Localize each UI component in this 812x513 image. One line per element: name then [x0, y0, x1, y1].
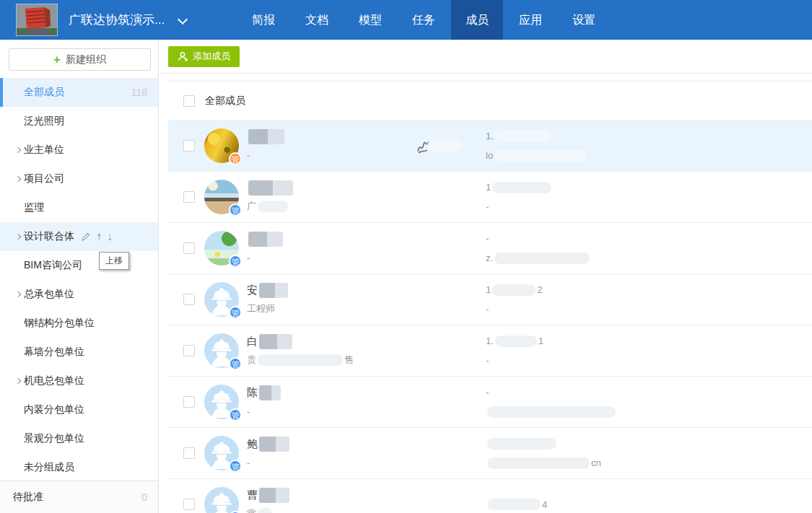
- sidebar-item-总承包单位[interactable]: 总承包单位: [0, 280, 158, 309]
- member-subtitle: 贵售: [247, 354, 416, 367]
- row-checkbox[interactable]: [183, 499, 195, 510]
- sidebar-item-内装分包单位[interactable]: 内装分包单位: [0, 395, 158, 424]
- sidebar-item-全部成员[interactable]: 全部成员118: [0, 78, 158, 107]
- member-row[interactable]: 管安工程师12-: [168, 274, 812, 325]
- avatar: 管: [204, 231, 239, 266]
- member-row[interactable]: 管鲍-cn: [168, 428, 812, 479]
- move-up-tooltip: 上移: [99, 252, 129, 270]
- add-member-button[interactable]: 添加成员: [168, 46, 240, 67]
- tab-模型[interactable]: 模型: [344, 0, 396, 40]
- sidebar-item-业主单位[interactable]: 业主单位: [0, 136, 158, 165]
- sidebar-item-机电总包单位[interactable]: 机电总包单位: [0, 367, 158, 395]
- member-rows: 管-1.lo管广1-管--z.管安工程师12-管白贵售1.1-管陈--管鲍-cn…: [168, 120, 812, 513]
- member-phone: 4: [486, 499, 812, 511]
- move-down-icon[interactable]: ↓: [107, 230, 113, 243]
- member-note: [416, 140, 486, 152]
- avatar: 管: [204, 333, 239, 368]
- project-logo[interactable]: [16, 4, 58, 36]
- org-label: 钢结构分包单位: [24, 317, 95, 330]
- member-subtitle: -: [247, 457, 416, 469]
- edit-pencil-icon[interactable]: [81, 232, 91, 242]
- member-name: [247, 131, 416, 143]
- row-checkbox[interactable]: [183, 191, 195, 203]
- member-mid-cell: [416, 140, 486, 152]
- org-label: BIM咨询公司: [24, 259, 82, 272]
- member-contact-cell: -z.: [486, 232, 812, 264]
- member-row[interactable]: 管陈--: [168, 377, 812, 428]
- row-checkbox[interactable]: [183, 294, 195, 305]
- member-name-cell: 白贵售: [247, 336, 416, 367]
- row-checkbox[interactable]: [183, 396, 195, 408]
- sidebar-item-pending[interactable]: 待批准 0: [0, 481, 158, 513]
- sidebar: + 新建组织 全部成员118泛光照明业主单位项目公司监理设计联合体↑↓BIM咨询…: [0, 40, 159, 513]
- member-phone: 12: [486, 284, 812, 296]
- member-row[interactable]: 管--z.: [168, 223, 812, 274]
- sidebar-item-BIM咨询公司[interactable]: BIM咨询公司: [0, 251, 158, 280]
- sidebar-item-泛光照明[interactable]: 泛光照明: [0, 107, 158, 136]
- sidebar-item-钢结构分包单位[interactable]: 钢结构分包单位: [0, 309, 158, 338]
- chevron-down-icon[interactable]: [178, 14, 188, 25]
- member-row[interactable]: 管白贵售1.1-: [168, 325, 812, 377]
- member-subtitle: 工程师: [247, 303, 416, 315]
- redacted-text: [427, 140, 463, 152]
- sidebar-item-项目公司[interactable]: 项目公司: [0, 165, 158, 193]
- chevron-right-icon[interactable]: [15, 291, 21, 297]
- redacted-text: [487, 438, 556, 450]
- member-email: cn: [486, 457, 812, 469]
- sidebar-item-未分组成员[interactable]: 未分组成员: [0, 453, 158, 482]
- tab-设置[interactable]: 设置: [558, 0, 610, 40]
- tab-简报[interactable]: 简报: [237, 0, 289, 40]
- worker-avatar-icon: [204, 487, 239, 513]
- plus-icon: +: [53, 53, 61, 66]
- project-title[interactable]: 广联达协筑演示...: [69, 0, 165, 40]
- tab-成员[interactable]: 成员: [451, 0, 503, 40]
- avatar: 管: [204, 385, 239, 419]
- org-list: 全部成员118泛光照明业主单位项目公司监理设计联合体↑↓BIM咨询公司总承包单位…: [0, 78, 158, 482]
- member-row[interactable]: 管曹雷4: [168, 479, 812, 513]
- member-row[interactable]: 管广1-: [168, 172, 812, 223]
- member-name: 安: [247, 284, 416, 297]
- row-checkbox[interactable]: [183, 242, 195, 254]
- table-header: 全部成员: [168, 82, 812, 120]
- member-subtitle: -: [247, 405, 416, 418]
- select-all-checkbox[interactable]: [183, 95, 195, 107]
- avatar: 管: [204, 128, 239, 163]
- member-name-cell: 安工程师: [247, 284, 416, 315]
- admin-badge: 管: [229, 203, 242, 216]
- member-contact-cell: -: [486, 386, 812, 418]
- org-label: 全部成员: [24, 86, 64, 99]
- member-email: [486, 405, 812, 418]
- avatar: 管: [204, 180, 239, 214]
- member-phone: 1.1: [486, 335, 812, 347]
- sidebar-item-景观分包单位[interactable]: 景观分包单位: [0, 424, 158, 453]
- chevron-right-icon[interactable]: [15, 176, 21, 182]
- tab-任务[interactable]: 任务: [398, 0, 450, 40]
- redacted-text: [492, 182, 551, 193]
- chevron-right-icon[interactable]: [15, 378, 21, 384]
- admin-badge: 管: [229, 306, 242, 319]
- row-checkbox[interactable]: [183, 140, 195, 152]
- org-label: 机电总包单位: [24, 374, 84, 387]
- redacted-text: [487, 457, 590, 469]
- org-label: 项目公司: [24, 172, 64, 185]
- tab-应用[interactable]: 应用: [505, 0, 556, 40]
- member-subtitle: 广: [247, 201, 416, 213]
- sidebar-item-设计联合体[interactable]: 设计联合体↑↓: [0, 222, 158, 251]
- sidebar-item-监理[interactable]: 监理: [0, 193, 158, 222]
- redacted-text: [259, 283, 288, 298]
- chevron-right-icon[interactable]: [15, 147, 21, 153]
- member-name: 陈: [247, 387, 416, 399]
- new-org-button[interactable]: + 新建组织: [9, 48, 151, 71]
- member-row[interactable]: 管-1.lo: [168, 120, 812, 172]
- redacted-text: [487, 499, 541, 510]
- member-subtitle: -: [247, 252, 416, 264]
- redacted-text: [492, 284, 536, 296]
- avatar: 管: [204, 487, 239, 513]
- sidebar-item-幕墙分包单位[interactable]: 幕墙分包单位: [0, 338, 158, 367]
- tab-文档[interactable]: 文档: [291, 0, 343, 40]
- redacted-text: [494, 253, 590, 264]
- move-up-icon[interactable]: ↑: [96, 230, 102, 243]
- chevron-right-icon[interactable]: [15, 234, 21, 240]
- row-checkbox[interactable]: [183, 345, 195, 356]
- row-checkbox[interactable]: [183, 447, 195, 459]
